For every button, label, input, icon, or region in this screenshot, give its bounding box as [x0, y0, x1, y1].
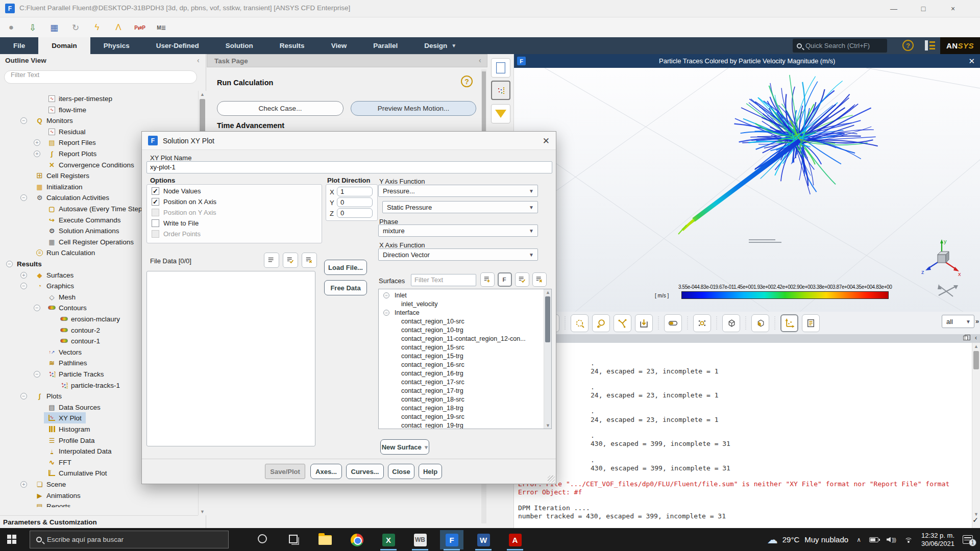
expand-icon[interactable]: + — [34, 139, 40, 146]
direction-y-input[interactable]: 0 — [337, 197, 373, 207]
graphics-viewport[interactable]: 3.55e-044.83e-019.67e-011.45e+001.93e+00… — [514, 68, 980, 312]
surface-item-contact-region-19-src[interactable]: contact_region_19-src — [401, 412, 464, 421]
tree-item-erosion-mclaury[interactable]: erosion-mclaury — [56, 313, 124, 324]
surface-item-contact-region-17-src[interactable]: contact_region_17-src — [401, 378, 464, 386]
collapse-icon[interactable]: − — [20, 283, 27, 289]
surfaces-filter-input[interactable]: Filter Text — [411, 274, 476, 286]
battery-icon[interactable] — [869, 537, 878, 542]
tree-item-execute-commands[interactable]: ↪Execute Commands — [44, 214, 125, 226]
journal-list-icon[interactable] — [925, 40, 935, 51]
checkbox[interactable]: ✓ — [152, 198, 159, 206]
preview-mesh-motion-button[interactable]: Preview Mesh Motion... — [351, 101, 476, 116]
collapse-icon[interactable]: − — [20, 117, 27, 124]
tree-item-run-calculation[interactable]: ≡Run Calculation — [32, 247, 99, 258]
collapse-icon[interactable]: − — [34, 305, 40, 311]
close-graphics-icon[interactable]: ✕ — [968, 57, 975, 66]
particle-tracks-tool-button[interactable] — [491, 81, 510, 100]
console-scrollbar[interactable]: ▲ ▼ — [972, 343, 980, 528]
tree-item-fft[interactable]: ∿FFT — [44, 457, 76, 468]
tab-results[interactable]: Results — [266, 37, 318, 54]
help-button[interactable]: Help — [419, 464, 442, 479]
tree-item-report-plots[interactable]: +∫Report Plots — [34, 148, 101, 159]
display-scope-dropdown[interactable]: all▼ — [942, 315, 974, 328]
calculator-icon[interactable]: ▦ — [47, 20, 61, 35]
tree-item-contour-1[interactable]: contour-1 — [56, 335, 104, 346]
collapse-console-icon[interactable]: ‹ — [975, 334, 977, 341]
tab-solution[interactable]: Solution — [212, 37, 266, 54]
tree-item-cumulative-plot[interactable]: ∫Cumulative Plot — [44, 467, 111, 479]
maximize-button[interactable]: □ — [912, 0, 935, 17]
collapse-icon[interactable]: − — [34, 371, 40, 378]
x-axis-function-dropdown[interactable]: Direction Vector▼ — [378, 248, 538, 261]
surface-item-contact-region-19-trg[interactable]: contact_region_19-trg — [401, 421, 463, 429]
surface-item-contact-region-10-trg[interactable]: contact_region_10-trg — [401, 325, 463, 334]
minimize-button[interactable]: — — [882, 0, 905, 17]
task-view-button[interactable] — [289, 535, 298, 543]
close-button[interactable]: × — [941, 0, 965, 17]
expand-icon[interactable]: + — [34, 151, 40, 157]
tree-item-scene[interactable]: +❏Scene — [20, 479, 70, 490]
taskbar-fluent[interactable]: F — [440, 530, 463, 549]
tab-physics[interactable]: Physics — [90, 37, 143, 54]
copy-screen-button[interactable] — [491, 58, 510, 78]
tab-domain[interactable]: Domain — [38, 37, 90, 54]
zoom-in-button[interactable] — [571, 314, 589, 332]
tree-item-histogram[interactable]: Histogram — [44, 423, 94, 435]
animation-button[interactable] — [693, 314, 711, 332]
surface-item-interface[interactable]: −Interface — [383, 308, 420, 317]
tree-item-cell-register-operations[interactable]: ▦Cell Register Operations — [44, 236, 138, 247]
tab-user-defined[interactable]: User-Defined — [143, 37, 212, 54]
load-file-button[interactable]: Load File... — [324, 260, 367, 275]
start-button[interactable] — [7, 535, 17, 544]
collapse-panel-icon[interactable]: ‹ — [197, 56, 200, 64]
surface-item-contact-region-16-src[interactable]: contact_region_16-src — [401, 360, 464, 369]
weather-widget[interactable]: ☁ 29°C Muy nublado — [767, 534, 848, 546]
tree-item-contour-2[interactable]: contour-2 — [56, 324, 104, 336]
tree-item-particle-tracks-1[interactable]: particle-tracks-1 — [56, 380, 124, 391]
journal-icon[interactable]: M☰ — [154, 20, 168, 35]
tree-item-residual[interactable]: ∿Residual — [44, 126, 90, 137]
tree-item-calculation-activities[interactable]: −⚙Calculation Activities — [20, 192, 113, 203]
filter-button[interactable] — [491, 104, 510, 123]
collapse-icon[interactable]: − — [20, 393, 27, 399]
tree-item-surfaces[interactable]: +◆Surfaces — [20, 269, 78, 281]
tree-item-iters-per-timestep[interactable]: ∿iters-per-timestep — [44, 93, 116, 104]
save-plot-button[interactable]: Save/Plot — [265, 464, 305, 479]
taskbar-search-input[interactable]: Escribe aquí para buscar — [30, 531, 229, 548]
taskbar-acrobat[interactable]: A — [503, 530, 527, 549]
axes-button[interactable]: Axes... — [310, 464, 342, 479]
tab-file[interactable]: File — [0, 37, 38, 54]
collapse-icon[interactable]: − — [6, 261, 13, 267]
taskbar-file-explorer[interactable] — [313, 530, 337, 549]
surface-item-contact-region-17-trg[interactable]: contact_region_17-trg — [401, 386, 463, 395]
probe-button[interactable] — [614, 314, 631, 332]
hidden-icons-chevron[interactable]: ∧ — [856, 536, 861, 543]
quick-search-input[interactable]: Quick Search (Ctrl+F) — [793, 39, 887, 53]
tree-item-plots[interactable]: −∫Plots — [20, 390, 66, 402]
taskbar-chrome[interactable] — [345, 530, 369, 549]
outline-filter-input[interactable]: Filter Text — [4, 70, 197, 84]
speaker-icon[interactable] — [887, 537, 891, 542]
mesh-sphere-icon[interactable]: ● — [4, 20, 18, 35]
solid-cube-button[interactable] — [751, 314, 769, 332]
collapse-icon[interactable]: − — [383, 292, 389, 298]
phase-dropdown[interactable]: mixture▼ — [378, 224, 538, 237]
notification-center-icon[interactable]: 1 — [963, 535, 973, 544]
wifi-icon[interactable] — [904, 537, 913, 543]
surface-item-contact-region-10-src[interactable]: contact_region_10-src — [401, 317, 464, 325]
taskbar-clock[interactable]: 12:32 p. m. 30/06/2021 — [921, 532, 954, 548]
surface-item-inlet-velocity[interactable]: inlet_velocity — [401, 299, 438, 308]
file-data-deselect-button[interactable] — [302, 253, 317, 268]
cortana-button[interactable] — [258, 534, 267, 543]
expand-icon[interactable]: + — [20, 272, 27, 279]
tree-item-vectors[interactable]: ↑↗Vectors — [44, 346, 86, 358]
bolt-icon[interactable]: ϟ — [90, 20, 104, 35]
tree-item-cell-registers[interactable]: ⊞Cell Registers — [32, 170, 93, 181]
dialog-close-icon[interactable]: ✕ — [543, 136, 550, 146]
surfaces-select-all-button[interactable] — [515, 272, 529, 287]
parallel-pp-icon[interactable]: P⇄P — [133, 20, 147, 35]
perspective-cube-button[interactable] — [722, 314, 740, 332]
surface-item-contact-region-15-trg[interactable]: contact_region_15-trg — [401, 352, 463, 360]
refresh-icon[interactable]: ↻ — [68, 20, 83, 35]
annotation-button[interactable] — [802, 314, 820, 332]
